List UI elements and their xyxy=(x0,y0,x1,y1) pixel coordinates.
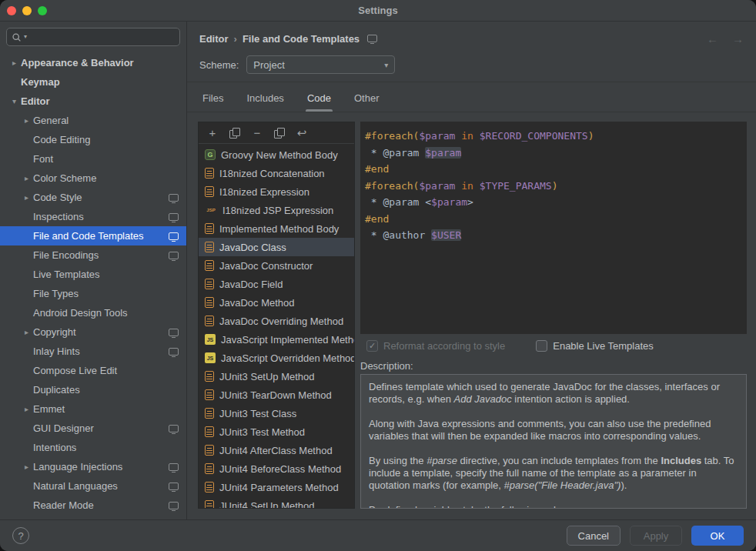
add-template-icon[interactable]: + xyxy=(207,127,218,139)
tab-includes[interactable]: Includes xyxy=(245,92,285,112)
sidebar-item-android-design-tools[interactable]: Android Design Tools xyxy=(0,303,186,322)
remove-template-icon[interactable]: − xyxy=(252,127,263,139)
sidebar-item-code-style[interactable]: ▸Code Style xyxy=(0,188,186,207)
sidebar-item-keymap[interactable]: Keymap xyxy=(0,72,186,92)
checkbox-unchecked-icon[interactable] xyxy=(536,340,547,352)
sidebar-item-gui-designer[interactable]: GUI Designer xyxy=(0,419,186,438)
sidebar-item-editor[interactable]: ▾Editor xyxy=(0,92,186,111)
minimize-window-button[interactable] xyxy=(22,6,32,15)
chevron-right-icon[interactable]: ▸ xyxy=(8,58,21,67)
back-icon[interactable]: ← xyxy=(707,32,718,45)
sidebar-item-copyright[interactable]: ▸Copyright xyxy=(0,322,186,342)
template-item-i18nized-concatenation[interactable]: I18nized Concatenation xyxy=(199,164,354,182)
template-item-implemented-method-body[interactable]: Implemented Method Body xyxy=(199,219,354,238)
template-file-icon xyxy=(205,500,214,508)
settings-window: Settings ▾ ▸Appearance & BehaviorKeymap▾… xyxy=(0,0,756,551)
template-item-label: I18nized Expression xyxy=(219,186,309,198)
sidebar-item-color-scheme[interactable]: ▸Color Scheme xyxy=(0,169,186,188)
settings-search-input[interactable]: ▾ xyxy=(6,28,180,46)
template-item-junit4-parameters-method[interactable]: JUnit4 Parameters Method xyxy=(199,478,354,496)
code-token: > xyxy=(467,196,473,208)
chevron-right-icon[interactable]: ▸ xyxy=(20,174,33,182)
reset-to-default-icon[interactable]: ↩ xyxy=(296,127,307,139)
tab-other[interactable]: Other xyxy=(353,92,381,112)
code-token: $param xyxy=(419,180,455,192)
enable-live-templates-checkbox[interactable]: Enable Live Templates xyxy=(536,340,654,352)
template-item-junit3-test-class[interactable]: JUnit3 Test Class xyxy=(199,404,354,422)
chevron-right-icon[interactable]: ▸ xyxy=(20,193,33,202)
checkbox-checked-icon: ✓ xyxy=(366,340,378,352)
text-segment: directive, you can include templates fro… xyxy=(457,455,661,466)
sidebar-item-file-types[interactable]: File Types xyxy=(0,284,186,303)
template-item-javadoc-class[interactable]: JavaDoc Class xyxy=(199,238,354,256)
template-file-icon xyxy=(205,223,214,234)
scheme-label: Scheme: xyxy=(199,59,239,71)
template-item-javadoc-field[interactable]: JavaDoc Field xyxy=(199,275,354,293)
template-item-javadoc-overriding-method[interactable]: JavaDoc Overriding Method xyxy=(199,312,354,330)
template-item-junit3-teardown-method[interactable]: JUnit3 TearDown Method xyxy=(199,386,354,404)
template-item-junit4-beforeclass-method[interactable]: JUnit4 BeforeClass Method xyxy=(199,459,354,478)
template-item-i18nized-jsp-expression[interactable]: JSPI18nized JSP Expression xyxy=(199,201,354,219)
sidebar-item-appearance-behavior[interactable]: ▸Appearance & Behavior xyxy=(0,53,186,72)
template-file-icon xyxy=(205,389,214,400)
sidebar-item-label: General xyxy=(33,115,69,126)
template-item-javascript-implemented-method[interactable]: JSJavaScript Implemented Method xyxy=(199,330,354,349)
breadcrumb-editor[interactable]: Editor xyxy=(199,33,229,45)
close-window-button[interactable] xyxy=(7,6,16,15)
sidebar-item-language-injections[interactable]: ▸Language Injections xyxy=(0,457,186,476)
sidebar-item-live-templates[interactable]: Live Templates xyxy=(0,265,186,284)
sidebar-item-inlay-hints[interactable]: Inlay Hints xyxy=(0,342,186,361)
chevron-right-icon[interactable]: ▸ xyxy=(20,116,33,125)
template-item-label: JUnit3 Test Method xyxy=(219,426,305,438)
sidebar-item-compose-live-edit[interactable]: Compose Live Edit xyxy=(0,361,186,380)
project-screen-icon xyxy=(169,483,179,490)
template-item-junit3-setup-method[interactable]: JUnit3 SetUp Method xyxy=(199,367,354,386)
sidebar-item-inspections[interactable]: Inspections xyxy=(0,207,186,226)
template-file-icon xyxy=(205,445,214,456)
template-item-junit3-test-method[interactable]: JUnit3 Test Method xyxy=(199,422,354,441)
chevron-right-icon[interactable]: ▸ xyxy=(20,405,33,413)
template-item-javadoc-method[interactable]: JavaDoc Method xyxy=(199,293,354,312)
sidebar-item-duplicates[interactable]: Duplicates xyxy=(0,380,186,399)
copy-template-icon[interactable] xyxy=(229,128,240,138)
duplicate-template-icon[interactable] xyxy=(274,128,285,138)
help-button[interactable]: ? xyxy=(12,527,29,544)
sidebar-item-label: Editor xyxy=(21,95,50,107)
sidebar-item-label: Code Style xyxy=(33,192,82,203)
scheme-select[interactable]: Project ▾ xyxy=(246,55,395,74)
code-token: $RECORD_COMPONENTS xyxy=(480,130,588,142)
sidebar-item-file-and-code-templates[interactable]: File and Code Templates xyxy=(0,226,186,245)
template-item-javascript-overridden-method[interactable]: JSJavaScript Overridden Method xyxy=(199,349,354,367)
sidebar-item-label: Language Injections xyxy=(33,461,122,473)
tab-code[interactable]: Code xyxy=(306,92,333,112)
sidebar-item-code-editing[interactable]: Code Editing xyxy=(0,130,186,149)
search-options-chevron-icon[interactable]: ▾ xyxy=(24,34,27,40)
template-item-label: JUnit4 SetUp Method xyxy=(219,500,315,509)
template-item-junit4-setup-method[interactable]: JUnit4 SetUp Method xyxy=(199,496,354,508)
sidebar-item-label: Intentions xyxy=(33,442,76,453)
apply-button[interactable]: Apply xyxy=(630,526,682,546)
tab-files[interactable]: Files xyxy=(201,92,225,112)
sidebar-item-reader-mode[interactable]: Reader Mode xyxy=(0,496,186,515)
chevron-down-icon[interactable]: ▾ xyxy=(8,97,21,105)
forward-icon[interactable]: → xyxy=(732,32,744,45)
chevron-right-icon[interactable]: ▸ xyxy=(20,463,33,471)
template-item-junit4-afterclass-method[interactable]: JUnit4 AfterClass Method xyxy=(199,441,354,459)
code-token xyxy=(473,130,480,142)
chevron-right-icon[interactable]: ▸ xyxy=(20,328,33,336)
sidebar-item-emmet[interactable]: ▸Emmet xyxy=(0,399,186,419)
sidebar-item-font[interactable]: Font xyxy=(0,149,186,169)
cancel-button[interactable]: Cancel xyxy=(567,526,621,546)
sidebar-item-natural-languages[interactable]: Natural Languages xyxy=(0,476,186,496)
template-item-javadoc-constructor[interactable]: JavaDoc Constructor xyxy=(199,256,354,275)
ok-button[interactable]: OK xyxy=(691,526,744,546)
sidebar-item-general[interactable]: ▸General xyxy=(0,111,186,130)
template-item-groovy-new-method-body[interactable]: GGroovy New Method Body xyxy=(199,145,354,164)
sidebar-item-file-encodings[interactable]: File Encodings xyxy=(0,245,186,265)
titlebar[interactable]: Settings xyxy=(0,0,756,22)
template-editor[interactable]: #foreach($param in $RECORD_COMPONENTS) *… xyxy=(360,122,747,334)
template-item-i18nized-expression[interactable]: I18nized Expression xyxy=(199,182,354,201)
zoom-window-button[interactable] xyxy=(38,6,47,15)
sidebar-item-intentions[interactable]: Intentions xyxy=(0,438,186,457)
sidebar-item-label: Font xyxy=(33,153,53,165)
